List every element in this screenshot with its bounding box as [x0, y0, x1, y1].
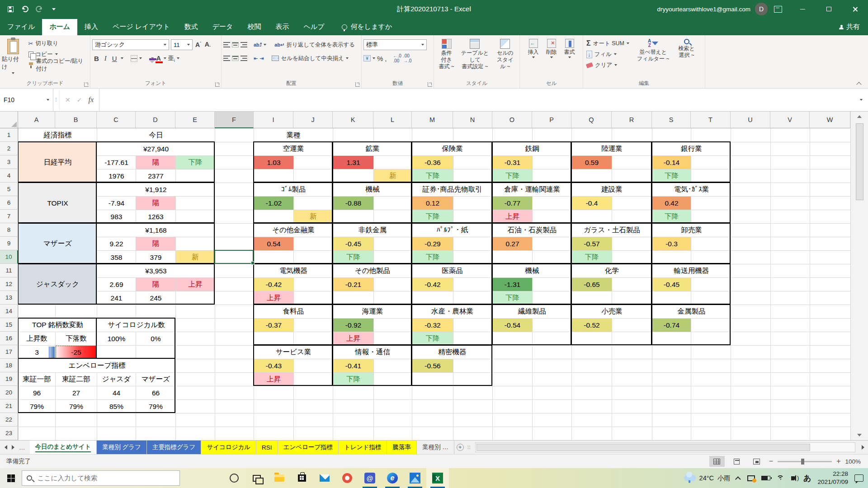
cell-Q9[interactable]: -0.57: [572, 237, 612, 250]
cell-Q15[interactable]: -0.52: [572, 319, 612, 332]
cell-S15[interactable]: -0.74: [652, 319, 691, 332]
row-header-11[interactable]: 11: [0, 264, 18, 277]
undo-icon[interactable]: [21, 5, 29, 13]
cell-C12[interactable]: 2.69: [97, 278, 136, 291]
cell-A8[interactable]: マザーズ: [19, 224, 97, 264]
clock[interactable]: 22:28 2021/07/09: [817, 470, 848, 486]
cell-D21[interactable]: 79%: [136, 400, 175, 413]
cell-I19[interactable]: 上昇: [254, 373, 293, 386]
borders-icon[interactable]: [131, 55, 137, 62]
cell-M4[interactable]: 下降: [412, 169, 453, 183]
cell-I18[interactable]: -0.43: [254, 359, 293, 372]
cell-S3[interactable]: -0.14: [652, 156, 691, 169]
row-header-17[interactable]: 17: [0, 345, 18, 359]
col-header-O[interactable]: O: [492, 112, 532, 128]
col-header-U[interactable]: U: [731, 112, 770, 128]
cell-M10[interactable]: 下降: [412, 251, 453, 264]
ruby-icon[interactable]: 亜ⅰ: [168, 54, 175, 63]
customize-qat-icon[interactable]: [50, 5, 58, 13]
sync-icon[interactable]: [747, 475, 755, 481]
cell-C8[interactable]: ¥1,168: [97, 224, 215, 237]
redo-icon[interactable]: [35, 5, 43, 13]
cell-S5[interactable]: 電気･ｶﾞｽ業: [652, 183, 731, 196]
cell-C13[interactable]: 241: [97, 291, 136, 305]
cell-C16[interactable]: 100%: [97, 332, 136, 345]
name-box[interactable]: F10: [0, 89, 53, 111]
cell-C1[interactable]: 今日: [97, 129, 215, 142]
cell-S7[interactable]: 下降: [652, 210, 691, 223]
cell-I11[interactable]: 電気機器: [254, 264, 333, 277]
scroll-right-icon[interactable]: [862, 445, 864, 450]
row-header-16[interactable]: 16: [0, 332, 18, 345]
decrease-decimal-icon[interactable]: .00→.0: [403, 53, 411, 63]
cell-S2[interactable]: 銀行業: [652, 142, 731, 155]
cell-D19[interactable]: マザーズ: [136, 373, 175, 386]
cell-D12[interactable]: 陽: [136, 278, 175, 291]
menu-tab-校閲[interactable]: 校閲: [240, 19, 268, 35]
col-header-M[interactable]: M: [412, 112, 453, 128]
menu-tab-ホーム[interactable]: ホーム: [42, 19, 77, 35]
cell-K10[interactable]: 下降: [333, 251, 373, 264]
sheet-tab-主要指標グラフ[interactable]: 主要指標グラフ: [147, 441, 201, 454]
cell-M8[interactable]: ﾊﾟﾙﾌﾟ・紙: [412, 224, 492, 237]
cell-C9[interactable]: 9.22: [97, 237, 136, 250]
cell-I2[interactable]: 空運業: [254, 142, 333, 155]
page-layout-view-button[interactable]: [729, 456, 745, 467]
speaker-icon[interactable]: [791, 476, 794, 480]
cell-C6[interactable]: -7.94: [97, 197, 136, 210]
ime-indicator[interactable]: あ: [803, 473, 811, 483]
cell-C20[interactable]: 44: [97, 386, 136, 399]
row-header-8[interactable]: 8: [0, 223, 18, 237]
cell-E3[interactable]: 下降: [176, 156, 215, 169]
taskbar-icon-mail[interactable]: [313, 468, 336, 488]
cell-D6[interactable]: 陽: [136, 197, 175, 210]
menu-tab-ファイル[interactable]: ファイル: [0, 19, 42, 35]
row-header-13[interactable]: 13: [0, 291, 18, 305]
cell-O9[interactable]: 0.27: [493, 237, 532, 250]
cell-O8[interactable]: 石油・石炭製品: [493, 224, 571, 237]
zoom-slider[interactable]: [778, 461, 832, 462]
cell-A1[interactable]: 経済指標: [19, 129, 97, 142]
cell-A2[interactable]: 日経平均: [19, 142, 97, 183]
cell-I1[interactable]: 業種: [254, 129, 333, 142]
cell-B16[interactable]: 下落数: [56, 332, 97, 345]
fill-button[interactable]: ↓フィル: [585, 49, 631, 60]
vertical-scroll-thumb[interactable]: [856, 123, 863, 200]
row-header-22[interactable]: 22: [0, 413, 18, 427]
row-header-12[interactable]: 12: [0, 277, 18, 291]
taskbar-icon-store[interactable]: [291, 468, 313, 488]
zoom-level[interactable]: 100%: [845, 458, 861, 465]
taskbar-search[interactable]: [22, 470, 180, 486]
tell-me-search[interactable]: 何をしますか: [342, 23, 392, 35]
bold-button[interactable]: B: [92, 55, 101, 62]
cell-O4[interactable]: 下降: [493, 169, 532, 183]
cell-Q6[interactable]: -0.4: [572, 197, 612, 210]
wrap-text-button[interactable]: 折り返して全体を表示する: [286, 41, 355, 49]
cell-A15[interactable]: TOP 銘柄数変動: [19, 319, 97, 332]
taskbar-icon-at-app[interactable]: @: [359, 468, 381, 488]
col-header-R[interactable]: R: [612, 112, 652, 128]
cell-O13[interactable]: 下降: [493, 291, 532, 305]
sheet-tab-サイコロジカル[interactable]: サイコロジカル: [201, 441, 256, 454]
tab-ellipsis[interactable]: …: [19, 444, 25, 451]
cell-O6[interactable]: -0.77: [493, 197, 532, 210]
cell-M16[interactable]: 下降: [412, 332, 453, 345]
sheet-tab-今日のまとめサイト[interactable]: 今日のまとめサイト: [30, 441, 97, 454]
col-header-I[interactable]: I: [254, 112, 293, 128]
cell-M7[interactable]: 下降: [412, 210, 453, 223]
zoom-out-button[interactable]: −: [769, 457, 773, 465]
col-header-T[interactable]: T: [691, 112, 731, 128]
spreadsheet-grid[interactable]: 経済指標今日業種日経平均¥27,940-177.61陽下降19762377TOP…: [0, 112, 850, 440]
sheet-tab-騰落率[interactable]: 騰落率: [387, 441, 417, 454]
cell-I5[interactable]: ｺﾞﾑ製品: [254, 183, 333, 196]
cell-Q12[interactable]: -0.65: [572, 278, 612, 291]
row-header-7[interactable]: 7: [0, 210, 18, 223]
taskbar-icon-cortana[interactable]: [223, 468, 245, 488]
cell-S11[interactable]: 輸送用機器: [652, 264, 731, 277]
paste-button[interactable]: 貼り付け: [2, 38, 24, 74]
cell-O15[interactable]: -0.54: [493, 319, 532, 332]
sheet-tab-業種別 …[interactable]: 業種別 …: [417, 441, 454, 454]
delete-cells-button[interactable]: 削除: [543, 38, 560, 79]
wifi-icon[interactable]: [777, 475, 785, 481]
cell-A18[interactable]: エンベロープ指標: [19, 359, 175, 372]
